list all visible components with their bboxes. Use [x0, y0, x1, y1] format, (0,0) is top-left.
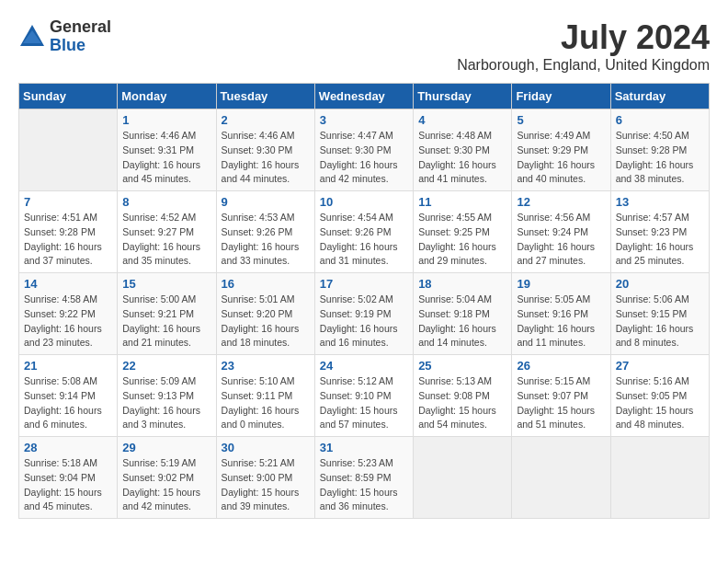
- day-number: 15: [122, 277, 210, 291]
- title-block: July 2024 Narborough, England, United Ki…: [457, 18, 710, 74]
- day-info: Sunrise: 5:09 AMSunset: 9:13 PMDaylight:…: [122, 374, 210, 432]
- calendar-cell: 28Sunrise: 5:18 AMSunset: 9:04 PMDayligh…: [19, 437, 118, 519]
- calendar-cell: 20Sunrise: 5:06 AMSunset: 9:15 PMDayligh…: [610, 273, 709, 355]
- calendar-cell: 31Sunrise: 5:23 AMSunset: 8:59 PMDayligh…: [314, 437, 413, 519]
- day-number: 8: [122, 195, 210, 209]
- day-number: 25: [418, 359, 506, 373]
- page-header: General Blue July 2024 Narborough, Engla…: [18, 18, 710, 74]
- calendar-cell: 22Sunrise: 5:09 AMSunset: 9:13 PMDayligh…: [118, 355, 216, 437]
- header-day-thursday: Thursday: [414, 84, 512, 109]
- day-number: 11: [418, 195, 506, 209]
- day-info: Sunrise: 5:21 AMSunset: 9:00 PMDaylight:…: [222, 456, 310, 514]
- calendar-cell: [414, 437, 512, 519]
- day-info: Sunrise: 4:46 AMSunset: 9:31 PMDaylight:…: [122, 129, 210, 187]
- day-info: Sunrise: 5:05 AMSunset: 9:16 PMDaylight:…: [517, 293, 605, 350]
- calendar-cell: 21Sunrise: 5:08 AMSunset: 9:14 PMDayligh…: [19, 355, 118, 437]
- day-number: 7: [24, 195, 112, 209]
- day-info: Sunrise: 5:06 AMSunset: 9:15 PMDaylight:…: [616, 293, 704, 350]
- calendar-title: July 2024: [457, 18, 710, 57]
- day-number: 31: [320, 441, 408, 454]
- calendar-cell: 18Sunrise: 5:04 AMSunset: 9:18 PMDayligh…: [414, 273, 512, 355]
- calendar-cell: 10Sunrise: 4:54 AMSunset: 9:26 PMDayligh…: [314, 191, 413, 273]
- logo-line1: General: [50, 18, 111, 37]
- week-row-1: 1Sunrise: 4:46 AMSunset: 9:31 PMDaylight…: [19, 109, 710, 191]
- day-info: Sunrise: 5:19 AMSunset: 9:02 PMDaylight:…: [122, 456, 210, 514]
- header-row: SundayMondayTuesdayWednesdayThursdayFrid…: [19, 84, 710, 109]
- day-number: 29: [122, 441, 210, 454]
- day-info: Sunrise: 5:10 AMSunset: 9:11 PMDaylight:…: [222, 374, 310, 432]
- week-row-3: 14Sunrise: 4:58 AMSunset: 9:22 PMDayligh…: [19, 273, 710, 355]
- day-number: 27: [616, 359, 704, 373]
- day-number: 26: [517, 359, 605, 373]
- calendar-cell: [610, 437, 709, 519]
- week-row-5: 28Sunrise: 5:18 AMSunset: 9:04 PMDayligh…: [19, 437, 710, 519]
- day-number: 12: [517, 195, 605, 209]
- calendar-cell: 4Sunrise: 4:48 AMSunset: 9:30 PMDaylight…: [414, 109, 512, 191]
- calendar-cell: 24Sunrise: 5:12 AMSunset: 9:10 PMDayligh…: [314, 355, 413, 437]
- calendar-body: 1Sunrise: 4:46 AMSunset: 9:31 PMDaylight…: [19, 109, 710, 519]
- day-number: 3: [320, 113, 408, 127]
- calendar-cell: 27Sunrise: 5:16 AMSunset: 9:05 PMDayligh…: [610, 355, 709, 437]
- calendar-cell: 6Sunrise: 4:50 AMSunset: 9:28 PMDaylight…: [610, 109, 709, 191]
- day-number: 30: [222, 441, 310, 454]
- day-info: Sunrise: 4:56 AMSunset: 9:24 PMDaylight:…: [517, 211, 605, 269]
- calendar-cell: 23Sunrise: 5:10 AMSunset: 9:11 PMDayligh…: [216, 355, 314, 437]
- day-number: 28: [24, 441, 112, 454]
- logo: General Blue: [18, 18, 111, 55]
- calendar-cell: 26Sunrise: 5:15 AMSunset: 9:07 PMDayligh…: [512, 355, 610, 437]
- day-number: 10: [320, 195, 408, 209]
- logo-line2: Blue: [50, 37, 111, 55]
- day-info: Sunrise: 4:51 AMSunset: 9:28 PMDaylight:…: [24, 211, 112, 269]
- day-info: Sunrise: 4:55 AMSunset: 9:25 PMDaylight:…: [418, 211, 506, 269]
- day-info: Sunrise: 4:57 AMSunset: 9:23 PMDaylight:…: [616, 211, 704, 269]
- calendar-cell: 25Sunrise: 5:13 AMSunset: 9:08 PMDayligh…: [414, 355, 512, 437]
- day-info: Sunrise: 5:00 AMSunset: 9:21 PMDaylight:…: [122, 293, 210, 350]
- day-number: 9: [222, 195, 310, 209]
- header-day-tuesday: Tuesday: [216, 84, 314, 109]
- calendar-cell: 30Sunrise: 5:21 AMSunset: 9:00 PMDayligh…: [216, 437, 314, 519]
- day-info: Sunrise: 5:23 AMSunset: 8:59 PMDaylight:…: [320, 456, 408, 514]
- day-number: 16: [222, 277, 310, 291]
- day-info: Sunrise: 4:47 AMSunset: 9:30 PMDaylight:…: [320, 129, 408, 187]
- calendar-cell: 9Sunrise: 4:53 AMSunset: 9:26 PMDaylight…: [216, 191, 314, 273]
- calendar-table: SundayMondayTuesdayWednesdayThursdayFrid…: [18, 83, 710, 519]
- day-info: Sunrise: 4:48 AMSunset: 9:30 PMDaylight:…: [418, 129, 506, 187]
- day-number: 19: [517, 277, 605, 291]
- calendar-cell: 3Sunrise: 4:47 AMSunset: 9:30 PMDaylight…: [314, 109, 413, 191]
- calendar-cell: 1Sunrise: 4:46 AMSunset: 9:31 PMDaylight…: [118, 109, 216, 191]
- day-number: 22: [122, 359, 210, 373]
- calendar-cell: 17Sunrise: 5:02 AMSunset: 9:19 PMDayligh…: [314, 273, 413, 355]
- calendar-cell: 15Sunrise: 5:00 AMSunset: 9:21 PMDayligh…: [118, 273, 216, 355]
- day-info: Sunrise: 4:49 AMSunset: 9:29 PMDaylight:…: [517, 129, 605, 187]
- day-number: 24: [320, 359, 408, 373]
- header-day-monday: Monday: [118, 84, 216, 109]
- calendar-header: SundayMondayTuesdayWednesdayThursdayFrid…: [19, 84, 710, 109]
- day-info: Sunrise: 5:15 AMSunset: 9:07 PMDaylight:…: [517, 374, 605, 432]
- header-day-friday: Friday: [512, 84, 610, 109]
- calendar-cell: 13Sunrise: 4:57 AMSunset: 9:23 PMDayligh…: [610, 191, 709, 273]
- calendar-cell: 12Sunrise: 4:56 AMSunset: 9:24 PMDayligh…: [512, 191, 610, 273]
- day-number: 13: [616, 195, 704, 209]
- day-info: Sunrise: 5:01 AMSunset: 9:20 PMDaylight:…: [222, 293, 310, 350]
- day-info: Sunrise: 4:46 AMSunset: 9:30 PMDaylight:…: [222, 129, 310, 187]
- header-day-wednesday: Wednesday: [314, 84, 413, 109]
- day-info: Sunrise: 5:16 AMSunset: 9:05 PMDaylight:…: [616, 374, 704, 432]
- day-number: 18: [418, 277, 506, 291]
- calendar-subtitle: Narborough, England, United Kingdom: [457, 57, 710, 74]
- calendar-cell: 7Sunrise: 4:51 AMSunset: 9:28 PMDaylight…: [19, 191, 118, 273]
- day-info: Sunrise: 5:08 AMSunset: 9:14 PMDaylight:…: [24, 374, 112, 432]
- header-day-sunday: Sunday: [19, 84, 118, 109]
- day-number: 4: [418, 113, 506, 127]
- calendar-cell: 8Sunrise: 4:52 AMSunset: 9:27 PMDaylight…: [118, 191, 216, 273]
- day-number: 5: [517, 113, 605, 127]
- day-number: 2: [222, 113, 310, 127]
- day-number: 20: [616, 277, 704, 291]
- day-info: Sunrise: 4:50 AMSunset: 9:28 PMDaylight:…: [616, 129, 704, 187]
- day-info: Sunrise: 5:13 AMSunset: 9:08 PMDaylight:…: [418, 374, 506, 432]
- day-number: 6: [616, 113, 704, 127]
- calendar-cell: 14Sunrise: 4:58 AMSunset: 9:22 PMDayligh…: [19, 273, 118, 355]
- calendar-cell: 16Sunrise: 5:01 AMSunset: 9:20 PMDayligh…: [216, 273, 314, 355]
- week-row-4: 21Sunrise: 5:08 AMSunset: 9:14 PMDayligh…: [19, 355, 710, 437]
- calendar-cell: [19, 109, 118, 191]
- calendar-cell: 5Sunrise: 4:49 AMSunset: 9:29 PMDaylight…: [512, 109, 610, 191]
